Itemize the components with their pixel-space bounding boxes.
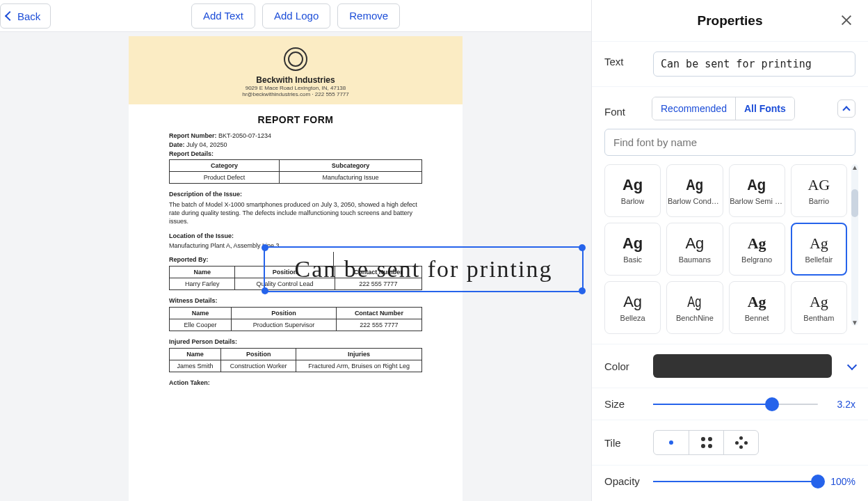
font-name-label: Bentham (803, 314, 834, 322)
remove-button[interactable]: Remove (337, 3, 400, 29)
tile-label: Tile (604, 437, 642, 449)
font-sample: Ag (748, 176, 766, 194)
chevron-down-icon[interactable] (847, 360, 857, 369)
font-option-bellefair[interactable]: AgBellefair (791, 223, 847, 276)
font-name-label: Belgrano (741, 255, 772, 264)
font-option-barrio[interactable]: AGBarrio (791, 164, 847, 217)
scroll-up-icon[interactable]: ▲ (851, 164, 858, 171)
injured-table: NamePositionInjuries James SmithConstruc… (169, 348, 422, 372)
company-contact: hr@beckwithindustries.com · 222 555 7777 (136, 91, 456, 97)
company-address: 9029 E Mace Road Lexington, IN, 47138 (136, 85, 456, 91)
tab-recommended[interactable]: Recommended (652, 97, 735, 120)
date-label: Date: (169, 141, 185, 148)
scroll-thumb[interactable] (851, 189, 858, 217)
wit-pos: Production Supervisor (232, 319, 337, 331)
font-option-baumans[interactable]: AgBaumans (666, 223, 723, 276)
font-option-barlow-condensed[interactable]: AgBarlow Condensed (666, 164, 723, 217)
font-option-belgrano[interactable]: AgBelgrano (729, 223, 785, 276)
location-label: Location of the Issue: (169, 232, 422, 239)
resize-handle-tl[interactable] (262, 244, 268, 251)
font-sample: Ag (748, 293, 766, 311)
rep-name: Harry Farley (170, 278, 235, 290)
font-sample: Ag (686, 176, 703, 194)
desc-label: Description of the Issue: (169, 191, 422, 198)
font-name-label: Bennet (745, 314, 769, 322)
inj-injuries: Fractured Arm, Bruises on Right Leg (296, 360, 422, 372)
inj-name: James Smith (170, 360, 221, 372)
category-header: Category (170, 160, 280, 172)
font-sample: Ag (685, 234, 704, 253)
font-name-label: Bellefair (805, 255, 833, 264)
injured-label: Injured Person Details: (169, 338, 422, 345)
font-option-barlow-semi-condensed[interactable]: AgBarlow Semi Condensed (729, 164, 785, 217)
font-option-belleza[interactable]: AgBelleza (604, 281, 661, 334)
font-name-label: Basic (623, 255, 642, 264)
properties-panel: Properties Text Font Recommended All Fon… (591, 0, 868, 501)
font-option-barlow[interactable]: AgBarlow (604, 164, 661, 217)
font-sample: Ag (810, 234, 828, 253)
color-swatch[interactable] (653, 354, 832, 378)
inj-pos: Construction Worker (221, 360, 296, 372)
name-header: Name (170, 267, 235, 278)
font-sample: Ag (748, 234, 766, 253)
font-search-input[interactable] (604, 129, 855, 156)
position-header: Position (221, 349, 296, 360)
font-sample: Ag (623, 293, 642, 311)
logo-icon (284, 47, 307, 71)
report-number: BKT-2050-07-1234 (218, 132, 271, 139)
scroll-down-icon[interactable]: ▼ (851, 319, 858, 326)
position-header: Position (232, 308, 337, 319)
font-option-benchnine[interactable]: AgBenchNine (666, 281, 723, 334)
company-name: Beckwith Industries (136, 75, 456, 85)
font-name-label: Baumans (679, 255, 711, 264)
font-option-basic[interactable]: AgBasic (604, 223, 661, 276)
wit-contact: 222 555 7777 (336, 319, 421, 331)
text-input[interactable] (653, 51, 855, 77)
tab-all-fonts[interactable]: All Fonts (735, 97, 794, 120)
tile-option-grid[interactable] (689, 431, 723, 454)
font-name-label: Barlow Semi Condensed (730, 197, 784, 205)
witness-table: NamePositionContact Number Elle CooperPr… (169, 307, 422, 331)
opacity-label: Opacity (604, 475, 642, 487)
resize-handle-bl[interactable] (262, 287, 268, 294)
report-number-label: Report Number: (169, 132, 217, 139)
collapse-font-button[interactable] (837, 100, 855, 118)
size-slider-thumb[interactable] (765, 397, 779, 411)
font-name-label: Belleza (620, 314, 645, 322)
contact-header: Contact Number (336, 308, 421, 319)
add-logo-button[interactable]: Add Logo (262, 3, 330, 29)
text-label: Text (604, 51, 642, 67)
font-sample: Ag (622, 176, 643, 194)
doc-title: REPORT FORM (129, 104, 463, 132)
opacity-value: 100% (826, 476, 855, 487)
tile-option-diamond[interactable] (723, 431, 758, 454)
desc-text: The batch of Model X-1000 smartphones pr… (169, 200, 422, 225)
opacity-slider[interactable] (653, 481, 818, 482)
size-slider[interactable] (653, 404, 818, 405)
font-sample: Ag (622, 234, 643, 253)
font-scrollbar[interactable]: ▲ ▼ (851, 164, 858, 326)
size-value: 3.2x (826, 399, 855, 410)
back-button[interactable]: Back (0, 3, 51, 29)
back-label: Back (17, 10, 40, 22)
add-text-button[interactable]: Add Text (191, 3, 255, 29)
opacity-slider-thumb[interactable] (811, 475, 825, 488)
overlay-text-content: Can be sent for printing (295, 256, 553, 283)
resize-handle-tr[interactable] (579, 244, 586, 251)
font-option-bennet[interactable]: AgBennet (729, 281, 785, 334)
chevron-up-icon (842, 106, 850, 113)
font-sample: Ag (688, 293, 702, 311)
close-icon[interactable] (839, 13, 854, 28)
resize-handle-br[interactable] (579, 287, 586, 294)
selected-text-element[interactable]: Can be sent for printing (264, 246, 584, 292)
panel-title: Properties (698, 13, 763, 29)
font-name-label: Barlow (621, 197, 645, 205)
color-label: Color (604, 360, 642, 372)
size-label: Size (604, 398, 642, 410)
font-sample: AG (807, 176, 830, 194)
font-name-label: BenchNine (676, 314, 714, 322)
tile-option-single[interactable] (654, 431, 689, 454)
font-option-bentham[interactable]: AgBentham (791, 281, 847, 334)
subcategory-cell: Manufacturing Issue (280, 172, 422, 184)
font-name-label: Barrio (809, 197, 829, 205)
